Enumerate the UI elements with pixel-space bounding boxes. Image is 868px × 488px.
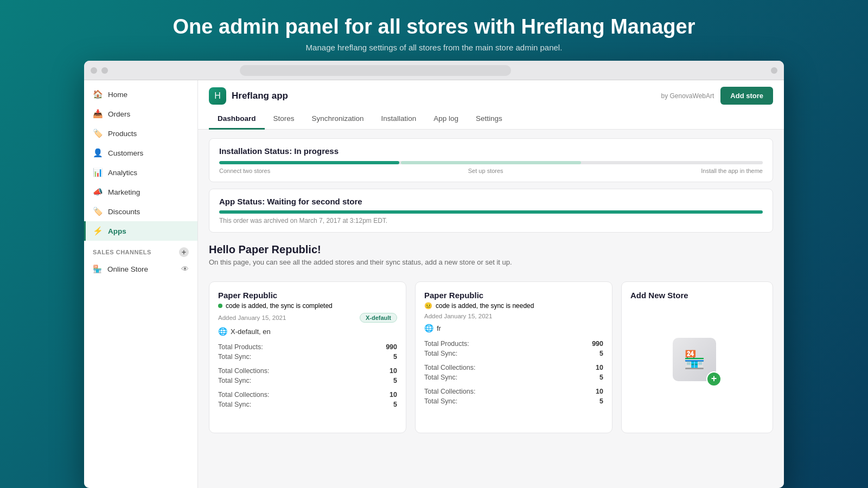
sidebar-label-discounts: Discounts	[108, 208, 140, 216]
add-store-button[interactable]: Add store	[720, 87, 773, 105]
globe-icon-2: 🌐	[424, 324, 433, 332]
browser-bar	[84, 61, 784, 80]
installation-status-card: Installation Status: In progress Connect…	[209, 138, 773, 182]
app-name: Hreflang app	[232, 91, 288, 101]
store-2-sync-col-2: 5	[599, 397, 603, 405]
content-area: Installation Status: In progress Connect…	[198, 130, 784, 442]
browser-window: 🏠 Home 📥 Orders 🏷️ Products 👤 Customers …	[84, 61, 784, 488]
sidebar-item-customers[interactable]: 👤 Customers	[84, 143, 197, 163]
store-1-locale-text: X-default, en	[231, 328, 271, 336]
store-2-total-collections-1: 10	[596, 364, 603, 371]
total-collections-label-1b: Total Collections:	[218, 391, 270, 399]
hero-title: One admin panel for all stores with Href…	[173, 15, 695, 38]
progress-segment-1	[219, 161, 399, 164]
products-icon: 🏷️	[93, 129, 103, 138]
store-1-status-dot	[218, 304, 222, 308]
sidebar-item-apps[interactable]: ⚡ Apps	[84, 221, 197, 241]
store-1-date: Added January 15, 2021	[218, 314, 286, 321]
hello-title: Hello Paper Republic!	[209, 243, 773, 256]
store-1-sync-col-1: 5	[393, 377, 397, 384]
tab-app-log[interactable]: App log	[425, 109, 467, 130]
store-2-total-sync: 5	[599, 350, 603, 357]
total-sync-label-2: Total Sync:	[424, 350, 457, 357]
progress-steps: Connect two stores Set up stores Install…	[219, 168, 763, 174]
sidebar-item-marketing[interactable]: 📣 Marketing	[84, 182, 197, 202]
sidebar-label-customers: Customers	[108, 149, 143, 157]
progress-segment-3	[583, 161, 763, 164]
store-1-badge: X-default	[360, 313, 397, 323]
globe-icon-1: 🌐	[218, 327, 227, 336]
step-1-label: Connect two stores	[219, 168, 270, 174]
store-2-locale-text: fr	[437, 324, 441, 332]
stats-row-sync-col-1b: Total Sync: 5	[218, 400, 397, 409]
add-sales-channel-button[interactable]: +	[179, 247, 189, 257]
total-products-label: Total Products:	[218, 343, 263, 351]
tab-dashboard[interactable]: Dashboard	[209, 109, 265, 130]
online-store-icon: 🏪	[93, 265, 102, 273]
store-1-sync-col-2: 5	[393, 401, 397, 408]
store-1-total-sync: 5	[393, 353, 397, 361]
sidebar-item-analytics[interactable]: 📊 Analytics	[84, 163, 197, 182]
add-new-store-title: Add New Store	[630, 291, 688, 300]
store-1-stats: Total Products: 990 Total Sync: 5 Total …	[218, 342, 397, 409]
stats-row-sync-products-1: Total Sync: 5	[218, 352, 397, 362]
app-title-row: H Hreflang app by GenovaWebArt Add store	[209, 87, 773, 105]
total-sync-label-1c: Total Sync:	[218, 401, 251, 408]
sidebar-item-orders[interactable]: 📥 Orders	[84, 104, 197, 124]
marketing-icon: 📣	[93, 187, 103, 197]
add-new-store-card[interactable]: Add New Store 🏪 +	[621, 281, 773, 433]
hello-section: Hello Paper Republic! On this page, you …	[209, 239, 773, 273]
store-1-locale: 🌐 X-default, en	[218, 327, 397, 336]
app-status-card: App Status: Waiting for second store Thi…	[209, 189, 773, 233]
discounts-icon: 🏷️	[93, 207, 103, 216]
tab-installation[interactable]: Installation	[373, 109, 425, 130]
tab-stores[interactable]: Stores	[265, 109, 303, 130]
total-sync-label-2c: Total Sync:	[424, 397, 457, 405]
total-sync-label-1: Total Sync:	[218, 353, 251, 361]
step-2-label: Set up stores	[468, 168, 503, 174]
browser-body: 🏠 Home 📥 Orders 🏷️ Products 👤 Customers …	[84, 80, 784, 488]
eye-icon: 👁	[181, 265, 189, 273]
customers-icon: 👤	[93, 148, 103, 158]
browser-dot-1	[91, 67, 97, 74]
online-store-label: Online Store	[107, 265, 148, 273]
stats-row-products-1: Total Products: 990	[218, 342, 397, 352]
sidebar-label-home: Home	[108, 91, 127, 99]
home-icon: 🏠	[93, 89, 103, 99]
store-2-name: Paper Republic	[424, 291, 603, 300]
sidebar-item-home[interactable]: 🏠 Home	[84, 85, 197, 104]
add-store-visual: 🏪 +	[673, 338, 722, 387]
sidebar-item-products[interactable]: 🏷️ Products	[84, 124, 197, 143]
app-status-title: App Status: Waiting for second store	[219, 197, 763, 206]
analytics-icon: 📊	[93, 168, 103, 177]
stats-row-collections-1a: Total Collections: 10	[218, 366, 397, 376]
tab-synchronization[interactable]: Synchronization	[303, 109, 373, 130]
total-sync-label-1b: Total Sync:	[218, 377, 251, 384]
store-card-2: Paper Republic 😐 code is added, the sync…	[415, 281, 612, 433]
installation-progress-bar	[219, 161, 763, 164]
store-2-status-text: code is added, the sync is needed	[436, 302, 534, 310]
sidebar-item-online-store[interactable]: 🏪 Online Store 👁	[84, 260, 197, 278]
installation-status-title: Installation Status: In progress	[219, 146, 763, 156]
sidebar-label-analytics: Analytics	[108, 169, 137, 177]
total-products-label-2: Total Products:	[424, 340, 469, 348]
browser-url-bar	[240, 65, 511, 76]
sidebar-item-discounts[interactable]: 🏷️ Discounts	[84, 202, 197, 221]
store-2-date: Added January 15, 2021	[424, 313, 492, 319]
sidebar-label-marketing: Marketing	[108, 188, 140, 196]
apps-icon: ⚡	[93, 226, 103, 236]
stats-row-products-2: Total Products: 990	[424, 339, 603, 349]
tab-settings[interactable]: Settings	[467, 109, 511, 130]
main-content: H Hreflang app by GenovaWebArt Add store…	[198, 80, 784, 488]
hero-section: One admin panel for all stores with Href…	[162, 0, 706, 61]
stats-row-collections-2b: Total Collections: 10	[424, 387, 603, 396]
store-2-sync-col-1: 5	[599, 374, 603, 381]
store-2-stats: Total Products: 990 Total Sync: 5 Total …	[424, 339, 603, 406]
sidebar: 🏠 Home 📥 Orders 🏷️ Products 👤 Customers …	[84, 80, 198, 488]
sidebar-label-apps: Apps	[108, 227, 126, 235]
total-collections-label-2a: Total Collections:	[424, 364, 476, 371]
stats-row-sync-col-2b: Total Sync: 5	[424, 396, 603, 406]
app-status-note: This order was archived on March 7, 2017…	[219, 217, 763, 224]
total-collections-label-1a: Total Collections:	[218, 367, 270, 375]
stats-row-collections-1b: Total Collections: 10	[218, 390, 397, 400]
